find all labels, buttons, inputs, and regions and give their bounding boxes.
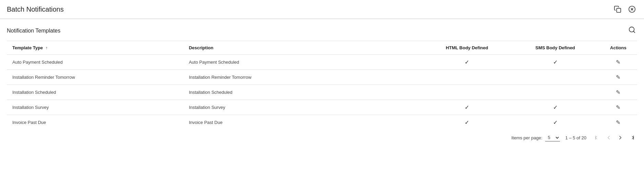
html-check-icon: ✓ — [465, 59, 469, 65]
cell-html-body — [423, 85, 511, 100]
close-button[interactable] — [627, 4, 637, 14]
items-per-page-label: Items per page: — [511, 135, 542, 140]
col-html-body: HTML Body Defined — [423, 41, 511, 55]
section-header: Notification Templates — [7, 25, 637, 37]
svg-rect-0 — [617, 8, 621, 12]
search-icon — [628, 26, 636, 34]
cell-description: Installation Scheduled — [183, 85, 423, 100]
cell-description: Auto Payment Scheduled — [183, 55, 423, 70]
cell-sms-body: ✓ — [511, 55, 599, 70]
cell-template-type: Installation Scheduled — [7, 85, 183, 100]
col-sms-body: SMS Body Defined — [511, 41, 599, 55]
notifications-table: Template Type ↑ Description HTML Body De… — [7, 41, 637, 130]
first-page-icon — [594, 135, 600, 141]
cell-html-body: ✓ — [423, 100, 511, 115]
table-row: Auto Payment ScheduledAuto Payment Sched… — [7, 55, 637, 70]
col-html-body-label: HTML Body Defined — [446, 45, 488, 50]
pagination-items-per-page: Items per page: 5102550 — [511, 134, 560, 141]
copy-icon — [614, 5, 621, 13]
edit-button[interactable]: ✎ — [616, 119, 620, 126]
cell-description: Installation Survey — [183, 100, 423, 115]
pagination-nav — [592, 133, 637, 142]
next-page-button[interactable] — [615, 133, 625, 142]
table-header-row: Template Type ↑ Description HTML Body De… — [7, 41, 637, 55]
header-icons — [612, 4, 637, 14]
edit-button[interactable]: ✎ — [616, 89, 620, 96]
svg-line-5 — [633, 31, 635, 33]
cell-template-type: Installation Survey — [7, 100, 183, 115]
col-description-label: Description — [189, 45, 214, 50]
notification-templates-section: Notification Templates Template Type ↑ D… — [0, 19, 644, 130]
edit-button[interactable]: ✎ — [616, 59, 620, 65]
table-row: Installation ScheduledInstallation Sched… — [7, 85, 637, 100]
cell-actions: ✎ — [599, 70, 637, 85]
table-container: Template Type ↑ Description HTML Body De… — [7, 41, 637, 130]
cell-actions: ✎ — [599, 55, 637, 70]
cell-description: Installation Reminder Tomorrow — [183, 70, 423, 85]
prev-page-icon — [606, 135, 612, 141]
page-header: Batch Notifications — [0, 0, 644, 19]
next-page-icon — [617, 135, 623, 141]
items-per-page-select[interactable]: 5102550 — [545, 134, 560, 141]
table-row: Installation SurveyInstallation Survey✓✓… — [7, 100, 637, 115]
table-body: Auto Payment ScheduledAuto Payment Sched… — [7, 55, 637, 130]
table-header: Template Type ↑ Description HTML Body De… — [7, 41, 637, 55]
first-page-button[interactable] — [592, 133, 602, 142]
cell-actions: ✎ — [599, 100, 637, 115]
edit-button[interactable]: ✎ — [616, 104, 620, 111]
col-template-type-label: Template Type — [12, 45, 43, 50]
cell-html-body: ✓ — [423, 115, 511, 130]
sort-arrow-icon: ↑ — [46, 46, 48, 50]
cell-template-type: Auto Payment Scheduled — [7, 55, 183, 70]
cell-html-body — [423, 70, 511, 85]
pagination: Items per page: 5102550 1 – 5 of 20 — [0, 130, 644, 146]
html-check-icon: ✓ — [465, 104, 469, 110]
search-button[interactable] — [627, 25, 637, 37]
page-title: Batch Notifications — [7, 5, 64, 13]
col-actions-label: Actions — [610, 45, 627, 50]
last-page-icon — [629, 135, 635, 141]
cell-description: Invoice Past Due — [183, 115, 423, 130]
col-actions: Actions — [599, 41, 637, 55]
last-page-button[interactable] — [627, 133, 637, 142]
prev-page-button[interactable] — [604, 133, 614, 142]
cell-html-body: ✓ — [423, 55, 511, 70]
edit-button[interactable]: ✎ — [616, 74, 620, 80]
section-title: Notification Templates — [7, 28, 60, 34]
col-sms-body-label: SMS Body Defined — [535, 45, 575, 50]
pagination-range: 1 – 5 of 20 — [565, 135, 586, 140]
cell-sms-body: ✓ — [511, 100, 599, 115]
cell-actions: ✎ — [599, 115, 637, 130]
cell-sms-body — [511, 85, 599, 100]
copy-button[interactable] — [612, 4, 623, 14]
cell-sms-body — [511, 70, 599, 85]
sms-check-icon: ✓ — [553, 104, 558, 110]
close-icon — [628, 5, 636, 13]
col-template-type[interactable]: Template Type ↑ — [7, 41, 183, 55]
table-row: Installation Reminder TomorrowInstallati… — [7, 70, 637, 85]
sms-check-icon: ✓ — [553, 120, 558, 125]
cell-actions: ✎ — [599, 85, 637, 100]
cell-template-type: Installation Reminder Tomorrow — [7, 70, 183, 85]
cell-sms-body: ✓ — [511, 115, 599, 130]
col-description: Description — [183, 41, 423, 55]
table-row: Invoice Past DueInvoice Past Due✓✓✎ — [7, 115, 637, 130]
html-check-icon: ✓ — [465, 120, 469, 125]
sms-check-icon: ✓ — [553, 59, 558, 65]
cell-template-type: Invoice Past Due — [7, 115, 183, 130]
